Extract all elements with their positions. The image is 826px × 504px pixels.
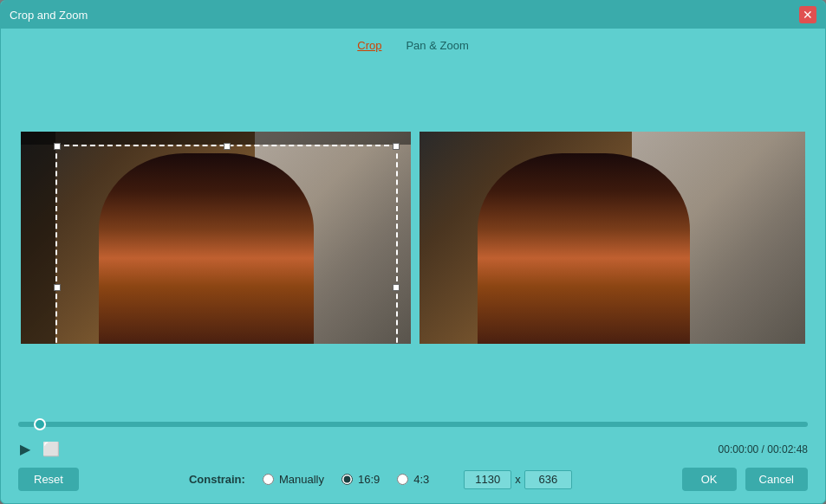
title-bar: Crop and Zoom ✕ <box>1 1 825 29</box>
width-input[interactable] <box>464 470 511 489</box>
time-display: 00:00:00 / 00:02:48 <box>719 443 808 456</box>
dialog-title: Crop and Zoom <box>10 9 88 22</box>
constrain-label: Constrain: <box>189 473 245 486</box>
cancel-button[interactable]: Cancel <box>745 468 808 491</box>
radio-4-3[interactable] <box>397 474 408 485</box>
person-figure-right <box>478 153 690 345</box>
radio-4-3-label[interactable]: 4:3 <box>413 473 429 486</box>
person-figure-left <box>99 153 314 345</box>
radio-manually[interactable] <box>263 474 274 485</box>
crop-shadow-left <box>21 132 55 344</box>
radio-manually-label[interactable]: Manually <box>279 473 324 486</box>
radio-group-4-3: 4:3 <box>397 473 429 486</box>
bottom-controls: Reset Constrain: Manually 16:9 4:3 x <box>1 461 825 503</box>
crop-handle-top-middle[interactable] <box>224 143 231 150</box>
radio-16-9-label[interactable]: 16:9 <box>358 473 380 486</box>
radio-group-manually: Manually <box>263 473 324 486</box>
crop-handle-top-left[interactable] <box>54 143 61 150</box>
ok-button[interactable]: OK <box>682 468 737 491</box>
radio-group-16-9: 16:9 <box>341 473 380 486</box>
stop-button[interactable]: ⬜ <box>41 439 62 459</box>
timeline-area <box>1 415 825 437</box>
playback-controls: ▶ ⬜ 00:00:00 / 00:02:48 <box>1 437 825 461</box>
reset-button[interactable]: Reset <box>18 468 79 491</box>
reset-button-area: Reset <box>18 468 79 491</box>
crop-and-zoom-dialog: Crop and Zoom ✕ Crop Pan & Zoom <box>0 0 826 504</box>
radio-16-9[interactable] <box>341 474 353 485</box>
preview-area <box>1 61 825 415</box>
play-button[interactable]: ▶ <box>18 439 32 459</box>
tab-bar: Crop Pan & Zoom <box>1 29 825 61</box>
result-preview <box>420 132 805 344</box>
constrain-row: Constrain: Manually 16:9 4:3 x <box>189 470 572 489</box>
tab-pan-zoom[interactable]: Pan & Zoom <box>402 37 472 54</box>
size-inputs: x <box>464 470 572 489</box>
action-buttons: OK Cancel <box>682 468 808 491</box>
timeline-thumb[interactable] <box>34 418 46 430</box>
crop-handle-middle-left[interactable] <box>54 284 61 291</box>
timeline-track[interactable] <box>18 422 808 427</box>
tab-crop[interactable]: Crop <box>354 37 385 54</box>
height-input[interactable] <box>524 470 572 489</box>
playback-left: ▶ ⬜ <box>18 439 62 459</box>
source-preview <box>21 132 411 344</box>
close-button[interactable]: ✕ <box>799 6 816 23</box>
size-separator: x <box>515 473 521 486</box>
